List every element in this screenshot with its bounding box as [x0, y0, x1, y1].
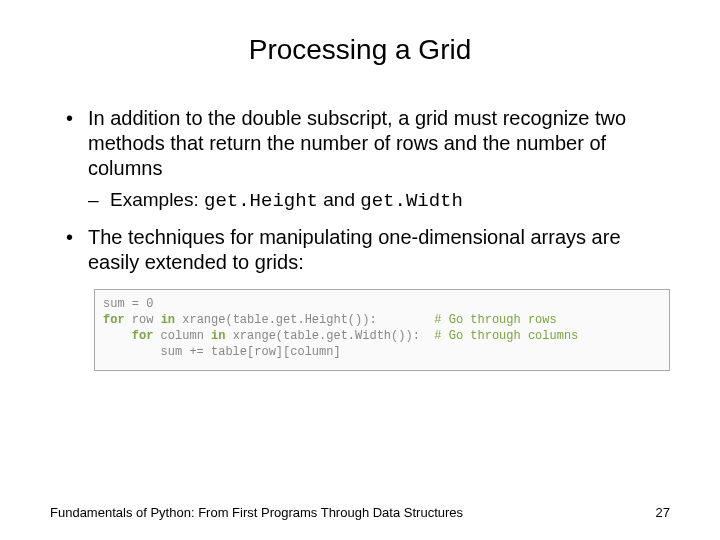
slide-title: Processing a Grid	[50, 34, 670, 66]
sub-prefix: Examples:	[110, 189, 204, 210]
code-l3b: xrange(table.get.Width()):	[225, 329, 434, 343]
slide: Processing a Grid In addition to the dou…	[0, 0, 720, 540]
code-l2a: row	[125, 313, 161, 327]
code-getheight: get.Height	[204, 190, 318, 212]
code-getwidth: get.Width	[360, 190, 463, 212]
code-l3pad	[103, 329, 132, 343]
bullet-1-sub: Examples: get.Height and get.Width	[88, 187, 670, 215]
comment-1: # Go through rows	[434, 313, 556, 327]
code-l1: sum = 0	[103, 297, 153, 311]
bullet-1: In addition to the double subscript, a g…	[66, 106, 670, 215]
bullet-1-text: In addition to the double subscript, a g…	[88, 107, 626, 179]
sub-list: Examples: get.Height and get.Width	[88, 187, 670, 215]
kw-for-1: for	[103, 313, 125, 327]
footer: Fundamentals of Python: From First Progr…	[50, 505, 670, 520]
code-block: sum = 0 for row in xrange(table.get.Heig…	[94, 289, 670, 372]
code-l2b: xrange(table.get.Height()):	[175, 313, 434, 327]
bullet-2: The techniques for manipulating one-dime…	[66, 225, 670, 372]
code-l3a: column	[153, 329, 211, 343]
kw-in-1: in	[161, 313, 175, 327]
sub-and: and	[318, 189, 360, 210]
footer-text: Fundamentals of Python: From First Progr…	[50, 505, 463, 520]
kw-in-2: in	[211, 329, 225, 343]
bullet-2-text: The techniques for manipulating one-dime…	[88, 226, 621, 273]
bullet-list: In addition to the double subscript, a g…	[50, 106, 670, 371]
code-l4: sum += table[row][column]	[103, 345, 341, 359]
kw-for-2: for	[132, 329, 154, 343]
comment-2: # Go through columns	[434, 329, 578, 343]
page-number: 27	[656, 505, 670, 520]
